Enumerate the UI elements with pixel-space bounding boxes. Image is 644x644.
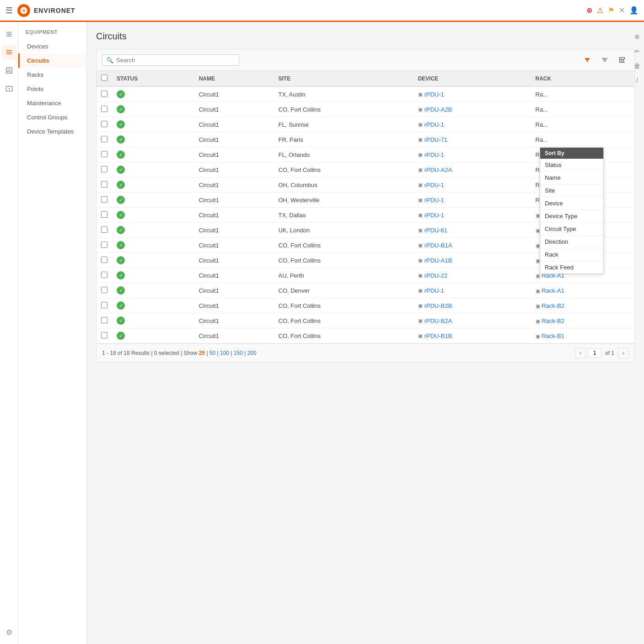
right-add-icon[interactable]: ⊕ [632, 31, 643, 42]
sidebar-item-maintenance[interactable]: Maintenance [18, 96, 86, 110]
device-link-0[interactable]: ▣ rPDU-1 [418, 91, 526, 98]
row-checkbox-2[interactable] [101, 121, 107, 127]
row-checkbox-1[interactable] [101, 106, 107, 112]
right-more-icon[interactable]: / [632, 75, 643, 86]
page-number-input[interactable] [588, 349, 601, 358]
row-checkbox-9[interactable] [101, 226, 107, 233]
status-cell-10: ✓ [112, 238, 194, 253]
device-link-1[interactable]: ▣ rPDU-A2B [418, 106, 526, 113]
rack-cell-2: Ra... [531, 117, 634, 132]
name-cell-9: Circuit1 [194, 223, 274, 238]
status-cell-5: ✓ [112, 162, 194, 177]
sidebar-item-devices[interactable]: Devices [18, 39, 86, 54]
device-link-8[interactable]: ▣ rPDU-1 [418, 212, 526, 219]
right-edit-icon[interactable]: ✏ [632, 46, 643, 57]
rail-icon-chart[interactable] [2, 63, 16, 78]
device-link-6[interactable]: ▣ rPDU-1 [418, 182, 526, 188]
sidebar-item-control-groups[interactable]: Control Groups [18, 110, 86, 124]
status-dot-16: ✓ [117, 332, 125, 340]
rack-value-1: Ra... [536, 106, 548, 113]
sort-option-direction[interactable]: Direction [540, 236, 603, 248]
row-checkbox-10[interactable] [101, 242, 107, 248]
rack-link-15[interactable]: ▣ Rack-B2 [536, 317, 564, 324]
col-name: NAME [194, 71, 274, 86]
name-cell-7: Circuit1 [194, 193, 274, 208]
sidebar-item-points[interactable]: Points [18, 82, 86, 96]
row-checkbox-12[interactable] [101, 272, 107, 278]
row-checkbox-15[interactable] [101, 317, 107, 323]
next-page-button[interactable]: › [618, 348, 629, 359]
sort-option-rack[interactable]: Rack [540, 248, 603, 261]
sort-option-circuit-type[interactable]: Circuit Type [540, 223, 603, 236]
name-cell-12: Circuit1 [194, 268, 274, 283]
filter-button[interactable] [580, 53, 594, 67]
sidebar-item-circuits[interactable]: Circuits [18, 54, 86, 68]
select-all-checkbox[interactable] [101, 75, 107, 81]
row-checkbox-6[interactable] [101, 181, 107, 188]
device-link-9[interactable]: ▣ rPDU-61 [418, 227, 526, 234]
rack-value-2: Ra... [536, 121, 548, 128]
sort-option-status[interactable]: Status [540, 159, 603, 172]
rack-cell-15: ▣ Rack-B2 [531, 313, 634, 328]
settings-icon[interactable]: ✕ [619, 6, 625, 15]
row-checkbox-14[interactable] [101, 302, 107, 308]
show-200[interactable]: 200 [247, 350, 257, 356]
sidebar-item-device-templates[interactable]: Device Templates [18, 124, 86, 139]
device-link-3[interactable]: ▣ rPDU-71 [418, 136, 526, 143]
show-50[interactable]: 50 [209, 350, 215, 356]
device-link-2[interactable]: ▣ rPDU-1 [418, 121, 526, 128]
device-link-7[interactable]: ▣ rPDU-1 [418, 197, 526, 204]
status-cell-9: ✓ [112, 223, 194, 238]
prev-page-button[interactable]: ‹ [575, 348, 586, 359]
user-icon[interactable]: 👤 [629, 6, 639, 15]
row-checkbox-5[interactable] [101, 166, 107, 172]
row-checkbox-3[interactable] [101, 136, 107, 142]
device-link-5[interactable]: ▣ rPDU-A2A [418, 166, 526, 173]
device-link-15[interactable]: ▣ rPDU-B2A [418, 317, 526, 324]
alert-orange-icon[interactable]: ⚠ [597, 6, 603, 15]
columns-button[interactable] [615, 53, 629, 67]
sort-option-name[interactable]: Name [540, 172, 603, 184]
row-checkbox-8[interactable] [101, 211, 107, 218]
sort-button[interactable] [598, 53, 612, 67]
rack-link-14[interactable]: ▣ Rack-B2 [536, 302, 564, 309]
pagination-bar: 1 - 18 of 18 Results | 0 selected | Show… [97, 343, 634, 362]
row-checkbox-0[interactable] [101, 91, 107, 97]
sort-option-device-type[interactable]: Device Type [540, 210, 603, 223]
status-cell-2: ✓ [112, 117, 194, 132]
row-checkbox-4[interactable] [101, 151, 107, 157]
site-cell-1: CO, Fort Collins [274, 102, 413, 117]
device-link-4[interactable]: ▣ rPDU-1 [418, 151, 526, 158]
device-link-14[interactable]: ▣ rPDU-B2B [418, 302, 526, 309]
rail-icon-equipment[interactable] [2, 45, 16, 59]
sort-option-device[interactable]: Device [540, 197, 603, 210]
row-checkbox-11[interactable] [101, 257, 107, 263]
device-link-13[interactable]: ▣ rPDU-1 [418, 287, 526, 294]
alert-red-icon[interactable]: ⊗ [586, 6, 592, 15]
sort-option-site[interactable]: Site [540, 184, 603, 197]
search-input[interactable] [116, 57, 235, 64]
rail-icon-grid[interactable]: ⊞ [2, 27, 16, 41]
device-link-16[interactable]: ▣ rPDU-B1B [418, 333, 526, 339]
alert-yellow-icon[interactable]: ⚑ [608, 6, 614, 15]
row-checkbox-7[interactable] [101, 196, 107, 203]
menu-icon[interactable]: ☰ [5, 5, 13, 16]
device-link-10[interactable]: ▣ rPDU-B1A [418, 242, 526, 249]
sidebar-item-racks[interactable]: Racks [18, 68, 86, 82]
col-device: DEVICE [413, 71, 531, 86]
rack-link-16[interactable]: ▣ Rack-B1 [536, 333, 564, 339]
status-dot-9: ✓ [117, 226, 125, 234]
rack-link-13[interactable]: ▣ Rack-A1 [536, 287, 564, 294]
device-link-11[interactable]: ▣ rPDU-A1B [418, 257, 526, 264]
device-cell-2: ▣ rPDU-1 [413, 117, 531, 132]
show-100[interactable]: 100 [220, 350, 229, 356]
rail-icon-device[interactable] [2, 81, 16, 96]
row-checkbox-13[interactable] [101, 287, 107, 293]
row-checkbox-16[interactable] [101, 332, 107, 338]
show-150[interactable]: 150 [234, 350, 243, 356]
right-delete-icon[interactable]: 🗑 [632, 60, 643, 71]
sort-option-rack-feed[interactable]: Rack Feed [540, 261, 603, 274]
status-dot-10: ✓ [117, 241, 125, 249]
rail-icon-settings[interactable]: ⚙ [2, 625, 16, 639]
device-link-12[interactable]: ▣ rPDU-22 [418, 272, 526, 279]
